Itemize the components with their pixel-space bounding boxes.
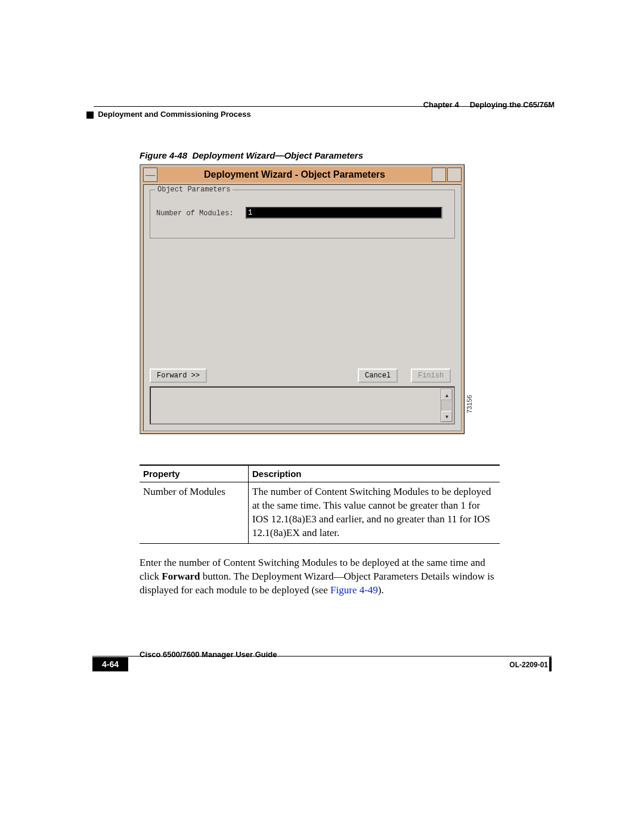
figure-label: Figure 4-48 <box>140 150 187 160</box>
footer-rule <box>92 656 552 657</box>
body-paragraph: Enter the number of Content Switching Mo… <box>140 556 503 597</box>
maximize-button[interactable] <box>447 168 462 182</box>
finish-button: Finish <box>411 368 451 383</box>
para-bold: Forward <box>162 571 200 582</box>
minimize-button[interactable] <box>432 168 446 182</box>
section-marker-icon <box>86 112 94 119</box>
page-number: 4-64 <box>92 657 128 671</box>
wizard-body: Object Parameters Number of Modules: For… <box>143 184 462 431</box>
window-title: Deployment Wizard - Object Parameters <box>158 169 431 180</box>
header-rule <box>94 106 552 107</box>
forward-button[interactable]: Forward >> <box>150 368 207 383</box>
section-header-row: Deployment and Commissioning Process <box>86 110 555 119</box>
chapter-number: Chapter 4 <box>423 100 459 109</box>
document-page: Chapter 4 Deploying the C65/76M Deployme… <box>0 0 644 833</box>
header-description: Description <box>249 465 500 482</box>
scroll-up-icon[interactable]: ▴ <box>441 389 452 400</box>
property-table: Property Description Number of Modules T… <box>140 465 500 544</box>
cell-description: The number of Content Switching Modules … <box>249 482 500 544</box>
scroll-down-icon[interactable]: ▾ <box>441 411 452 422</box>
modules-field-label: Number of Modules: <box>156 209 234 218</box>
cell-property: Number of Modules <box>140 482 249 544</box>
para-text-3: ). <box>378 584 384 596</box>
object-parameters-group: Object Parameters Number of Modules: <box>150 190 455 239</box>
document-id: OL-2209-01 <box>509 661 548 669</box>
footer-right-marker <box>549 657 552 671</box>
figure-caption: Figure 4-48 Deployment Wizard—Object Par… <box>140 150 363 160</box>
cancel-button[interactable]: Cancel <box>358 368 398 383</box>
table-header-row: Property Description <box>140 465 500 482</box>
vertical-scrollbar[interactable]: ▴ ▾ <box>441 389 453 422</box>
section-title: Deployment and Commissioning Process <box>98 110 250 119</box>
figure-cross-reference[interactable]: Figure 4-49 <box>330 584 378 596</box>
figure-id: 73156 <box>466 395 473 413</box>
titlebar: — Deployment Wizard - Object Parameters <box>143 167 462 182</box>
header-property: Property <box>140 465 249 482</box>
wizard-screenshot: — Deployment Wizard - Object Parameters … <box>140 164 465 434</box>
modules-input[interactable] <box>246 207 442 219</box>
group-label: Object Parameters <box>155 185 233 194</box>
log-area: ▴ ▾ <box>150 386 455 425</box>
chapter-title: Deploying the C65/76M <box>470 100 555 109</box>
wizard-buttons: Forward >> Cancel Finish <box>150 368 455 383</box>
table-row: Number of Modules The number of Content … <box>140 482 500 544</box>
footer-guide-title: Cisco 6500/7600 Manager User Guide <box>140 650 277 659</box>
figure-title: Deployment Wizard—Object Parameters <box>192 150 363 160</box>
window-menu-button[interactable]: — <box>143 168 157 182</box>
